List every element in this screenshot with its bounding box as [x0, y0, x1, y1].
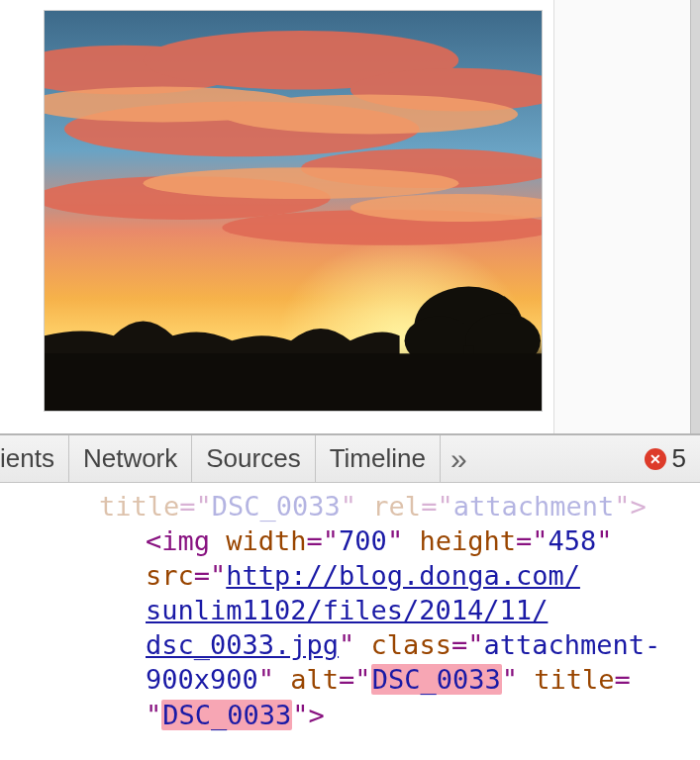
src-url-link[interactable]: sunlim1102/files/2014/11/ — [146, 595, 548, 625]
tab-sources[interactable]: Sources — [192, 435, 315, 482]
devtools-tabbar: ients Network Sources Timeline » 5 — [0, 435, 700, 483]
sidebar-background — [553, 0, 690, 433]
tab-label: Sources — [206, 443, 300, 474]
page-content-area — [0, 0, 700, 433]
search-highlight: DSC_0033 — [161, 700, 292, 730]
code-line: 900x900" alt="DSC_0033" title= — [0, 662, 692, 697]
svg-rect-17 — [45, 353, 542, 411]
tab-elements-truncated[interactable]: ients — [0, 435, 69, 482]
svg-point-11 — [144, 167, 459, 199]
code-line: src="http://blog.donga.com/ — [0, 558, 692, 593]
search-highlight: DSC_0033 — [371, 664, 502, 695]
image-preview[interactable] — [44, 10, 543, 412]
tab-label: Timeline — [330, 443, 426, 474]
tab-label: Network — [83, 443, 177, 474]
svg-point-10 — [222, 95, 518, 135]
code-line: dsc_0033.jpg" class="attachment- — [0, 627, 692, 662]
tabbar-spacer — [477, 435, 631, 482]
tab-timeline[interactable]: Timeline — [316, 435, 441, 482]
code-line: "DSC_0033"> — [0, 698, 692, 732]
code-line: sunlim1102/files/2014/11/ — [0, 593, 692, 627]
tab-network[interactable]: Network — [69, 435, 192, 482]
elements-source-view[interactable]: title="DSC_0033" rel="attachment"> <img … — [0, 483, 700, 760]
console-error-badge[interactable]: 5 — [631, 435, 700, 482]
tab-label: ients — [0, 443, 54, 474]
sunset-photo — [45, 11, 542, 411]
code-line-prev: title="DSC_0033" rel="attachment"> — [0, 489, 692, 523]
error-icon — [645, 448, 666, 470]
scrollbar-track[interactable] — [690, 0, 700, 433]
overflow-glyph: » — [450, 442, 467, 476]
devtools-panel: ients Network Sources Timeline » 5 title… — [0, 433, 700, 760]
error-count: 5 — [672, 443, 686, 474]
src-url-link[interactable]: dsc_0033.jpg — [146, 629, 339, 660]
src-url-link[interactable]: http://blog.donga.com/ — [226, 560, 580, 591]
tabs-overflow-button[interactable]: » — [441, 435, 477, 482]
code-line: <img width="700" height="458" — [0, 523, 692, 558]
